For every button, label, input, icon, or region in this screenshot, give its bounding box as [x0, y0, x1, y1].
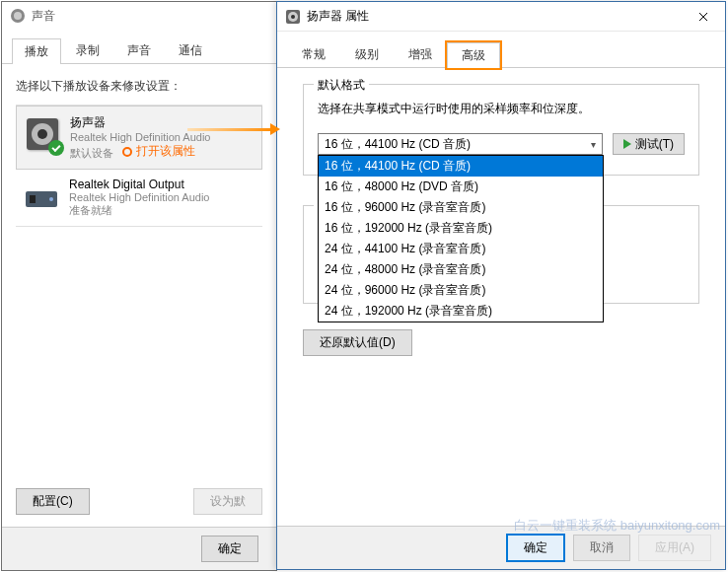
sound-tab-body: 选择以下播放设备来修改设置： 扬声器 Realtek High Definiti… [2, 64, 276, 241]
digital-output-icon [22, 178, 61, 217]
tab-playback[interactable]: 播放 [12, 38, 61, 64]
annotation-open-properties: 打开该属性 [122, 143, 195, 160]
tab-levels[interactable]: 级别 [340, 41, 394, 67]
watermark-text: 白云一键重装系统 baiyunxitong.com [514, 517, 720, 535]
sound-window: 声音 播放 录制 声音 通信 选择以下播放设备来修改设置： 扬声器 Realte… [1, 1, 277, 571]
properties-tabs: 常规 级别 增强 高级 [277, 32, 725, 68]
format-option[interactable]: 24 位，48000 Hz (录音室音质) [319, 259, 603, 280]
device-list: 扬声器 Realtek High Definition Audio 默认设备 打… [16, 105, 262, 227]
svg-point-7 [49, 197, 53, 201]
configure-button[interactable]: 配置(C) [16, 488, 90, 515]
format-combobox[interactable]: 16 位，44100 Hz (CD 音质) ▾ 16 位，44100 Hz (C… [318, 133, 603, 155]
svg-rect-6 [30, 195, 36, 203]
speaker-icon [285, 9, 301, 25]
device-name: Realtek Digital Output [69, 178, 256, 191]
tab-advanced[interactable]: 高级 [447, 42, 500, 68]
svg-point-1 [14, 12, 22, 20]
format-option[interactable]: 16 位，48000 Hz (DVD 音质) [319, 177, 603, 197]
tab-sounds[interactable]: 声音 [114, 37, 164, 63]
default-format-legend: 默认格式 [314, 77, 369, 94]
format-option[interactable]: 16 位，192000 Hz (录音室音质) [319, 218, 603, 239]
playback-instruction: 选择以下播放设备来修改设置： [16, 78, 262, 95]
format-option[interactable]: 24 位，96000 Hz (录音室音质) [319, 280, 603, 301]
device-item-digital-output[interactable]: Realtek Digital Output Realtek High Defi… [16, 170, 262, 227]
format-option[interactable]: 16 位，96000 Hz (录音室音质) [319, 197, 603, 218]
properties-body: 默认格式 选择在共享模式中运行时使用的采样频率和位深度。 16 位，44100 … [277, 68, 725, 372]
format-row: 16 位，44100 Hz (CD 音质) ▾ 16 位，44100 Hz (C… [318, 133, 685, 155]
svg-point-4 [37, 129, 47, 139]
restore-defaults-button[interactable]: 还原默认值(D) [303, 329, 412, 356]
format-option[interactable]: 16 位，44100 Hz (CD 音质) [319, 156, 603, 177]
restore-row: 还原默认值(D) [303, 329, 699, 356]
default-format-groupbox: 默认格式 选择在共享模式中运行时使用的采样频率和位深度。 16 位，44100 … [303, 84, 699, 176]
device-info: Realtek Digital Output Realtek High Defi… [69, 178, 256, 218]
format-description: 选择在共享模式中运行时使用的采样频率和位深度。 [318, 101, 685, 117]
properties-title: 扬声器 属性 [307, 8, 682, 25]
speaker-device-icon [23, 114, 62, 154]
test-button-label: 测试(T) [635, 136, 674, 153]
test-button[interactable]: 测试(T) [613, 133, 685, 155]
properties-titlebar: 扬声器 属性 [277, 2, 725, 32]
tab-general[interactable]: 常规 [287, 41, 340, 67]
format-selected[interactable]: 16 位，44100 Hz (CD 音质) ▾ [318, 133, 603, 155]
format-option[interactable]: 24 位，192000 Hz (录音室音质) [319, 301, 603, 322]
sound-ok-button[interactable]: 确定 [201, 536, 258, 562]
svg-point-10 [291, 15, 295, 19]
properties-cancel-button[interactable]: 取消 [573, 535, 630, 561]
close-icon [698, 12, 708, 22]
sound-title: 声音 [32, 8, 55, 25]
tab-communications[interactable]: 通信 [166, 37, 215, 63]
sound-tabs: 播放 录制 声音 通信 [2, 30, 276, 64]
device-status: 准备就绪 [69, 204, 112, 216]
annotation-arrow-icon [187, 124, 278, 136]
device-item-speakers[interactable]: 扬声器 Realtek High Definition Audio 默认设备 打… [16, 106, 262, 170]
properties-apply-button: 应用(A) [638, 535, 711, 561]
speaker-icon [10, 8, 26, 24]
chevron-down-icon: ▾ [591, 139, 596, 150]
annotation-dot-icon [122, 147, 132, 157]
close-button[interactable] [682, 2, 725, 32]
tab-enhancements[interactable]: 增强 [394, 41, 447, 67]
device-status: 默认设备 [70, 147, 113, 159]
format-option[interactable]: 24 位，44100 Hz (录音室音质) [319, 239, 603, 259]
tab-recording[interactable]: 录制 [63, 37, 112, 63]
sound-bottom-row: 配置(C) 设为默 [2, 478, 276, 525]
set-default-button: 设为默 [193, 488, 262, 515]
properties-ok-button[interactable]: 确定 [506, 534, 565, 562]
device-subtitle: Realtek High Definition Audio [69, 191, 256, 203]
speaker-properties-window: 扬声器 属性 常规 级别 增强 高级 默认格式 选择在共享模式中运行时使用的采样… [276, 1, 726, 570]
format-dropdown: 16 位，44100 Hz (CD 音质) 16 位，48000 Hz (DVD… [318, 155, 604, 322]
sound-titlebar: 声音 [2, 2, 276, 30]
play-icon [623, 139, 631, 149]
sound-footer: 确定 [2, 527, 276, 570]
format-selected-label: 16 位，44100 Hz (CD 音质) [325, 136, 471, 153]
default-check-icon [48, 140, 64, 156]
device-info: 扬声器 Realtek High Definition Audio 默认设备 打… [70, 114, 255, 161]
